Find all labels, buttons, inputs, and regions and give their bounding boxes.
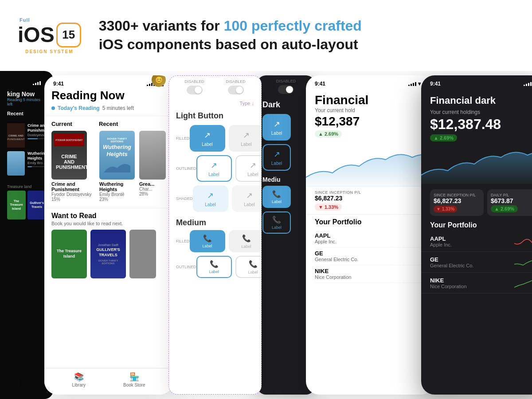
dark-left-status-bar xyxy=(4,75,50,87)
cover-gulliver: Jonathan Swift GULLIVER'S TRAVELS DOVER … xyxy=(90,230,126,278)
phone-icon-medium-filled-disabled: 📞 xyxy=(242,234,251,243)
inception-value: $6,827.23 xyxy=(315,195,426,202)
btn-shaded-active[interactable]: ↗ Label xyxy=(193,185,228,212)
reading-header-left: Reading Now Today's Reading 5 minutes le… xyxy=(51,89,134,111)
btn-label-shaded-disabled: Label xyxy=(244,202,254,207)
reading-now-title: Reading Now xyxy=(51,89,134,102)
crime-cover-body: CRIME AND PUNISHMENT xyxy=(54,146,84,177)
header-headline: 3300+ variants for 100 perfectly crafted xyxy=(99,17,362,35)
crime-author-text: FYODOR DOSTOYEVSKY xyxy=(56,139,83,141)
light-button-title: Light Button xyxy=(169,109,261,125)
shaded-row-container: SHADED ↗ Label ↗ Label xyxy=(169,185,261,215)
disabled-text-2: DISABLED xyxy=(226,79,246,84)
phone-icon-medium-outlined: 📞 xyxy=(210,260,219,268)
dark-toggle[interactable] xyxy=(278,85,294,94)
svg-text:CRIME AND: CRIME AND xyxy=(8,134,23,137)
dark-btn-medium-label-1: Label xyxy=(272,200,282,204)
dark-btn-medium-1[interactable]: 📞 Label xyxy=(262,186,291,208)
dark-daily-value: $673.87 xyxy=(491,197,532,204)
btn-outlined-disabled: ↗ Label xyxy=(235,155,262,182)
btn-medium-filled-label: Label xyxy=(203,244,212,248)
stock-company-nike: Nice Corporation xyxy=(315,274,352,280)
bookstore-icon: 🏪 xyxy=(129,372,139,382)
dark-btn-outlined-label-1: Label xyxy=(271,161,282,166)
btn-filled-active[interactable]: ↗ Label xyxy=(190,125,225,152)
medium-filled-row: FILLED 📞 Label 📞 Label xyxy=(169,230,261,256)
dark-btn-filled-1[interactable]: ↗ Label xyxy=(262,114,291,141)
portfolio-title: Your Portfolio xyxy=(315,218,426,226)
dark-left-reading-label: king Now Reading 5 minutes left Recent C… xyxy=(4,87,50,176)
btn-label-shaded: Label xyxy=(205,202,215,207)
stock-row-aapl: AAPL Apple Inc. xyxy=(315,230,426,247)
stock-info-nike: NIKE Nice Corporation xyxy=(315,268,352,280)
headline-prefix: 3300+ variants for xyxy=(99,18,224,34)
toggle-1[interactable] xyxy=(187,86,203,94)
disabled-label-2: DISABLED xyxy=(226,79,246,94)
btn-label-outlined-disabled: Label xyxy=(247,172,258,177)
medium-outlined-buttons: 📞 Label 📞 Label xyxy=(196,256,262,278)
dark-stock-company-ge: General Electric Co. xyxy=(430,263,473,268)
btn-medium-filled-active[interactable]: 📞 Label xyxy=(190,230,225,252)
bottom-nav[interactable]: 📚 Library 🏪 Book Store xyxy=(44,368,173,395)
btn-medium-outlined-disabled-label: Label xyxy=(248,270,258,274)
financial-dark-phone: 9:41 ▾ ▮ Financial dark Your current hol… xyxy=(421,75,532,395)
dark-stock-info-aapl: AAPL Apple Inc. xyxy=(430,235,452,247)
medium-outlined-row: OUTLINED 📞 Label 📞 Label xyxy=(169,256,261,282)
dark-financial-time: 9:41 xyxy=(430,81,441,87)
book-cover-crime: FYODOR DOSTOYEVSKY CRIME AND PUNISHMENT xyxy=(51,131,87,180)
btn-outlined-active[interactable]: ↗ Label xyxy=(196,155,232,182)
shaded-label: SHADED xyxy=(176,196,193,201)
filled-row-container: FILLED ↗ Label ↗ Label xyxy=(169,125,261,155)
medium-outlined-label: OUTLINED xyxy=(176,265,196,269)
financial-title: Financial xyxy=(315,93,426,107)
dark-daily-label: DAILY P/L xyxy=(491,193,532,197)
filled-label: FILLED xyxy=(176,136,190,141)
header-text: 3300+ variants for 100 perfectly crafted… xyxy=(99,17,362,54)
btn-shaded-disabled: ↗ Label xyxy=(232,185,262,212)
books-section: Current Recent FYODOR DOSTOYEVSKY CRIME … xyxy=(44,116,173,208)
crime-cover-header: FYODOR DOSTOYEVSKY xyxy=(54,133,84,146)
dark-phone-icon-outlined: 📞 xyxy=(272,215,281,224)
btn-label-filled: Label xyxy=(202,142,212,147)
share-icon-outlined: ↗ xyxy=(211,160,217,170)
medium-filled-buttons: 📞 Label 📞 Label xyxy=(190,230,262,252)
book-info-wuthering: Wuthering Heights Emily Brontë 23% xyxy=(99,181,135,202)
time-left-label: 5 minutes left xyxy=(102,105,134,111)
crime-author: Fyodor Dostoyevsky xyxy=(51,192,95,197)
type-label: Type ↓ xyxy=(240,101,254,106)
wuthering-hills-illustration xyxy=(104,159,130,172)
logo: Full iOS 15 DESIGN SYSTEM xyxy=(18,17,81,54)
recent-label: Recent xyxy=(99,121,118,127)
btn-medium-outlined-active[interactable]: 📞 Label xyxy=(196,256,232,278)
dark-stock-info-ge: GE General Electric Co. xyxy=(430,256,473,268)
dark-stock-row-aapl: AAPL Apple Inc. xyxy=(421,231,532,252)
logo-version: 15 xyxy=(56,23,81,47)
stock-name-ge: GE xyxy=(315,250,358,257)
logo-ios-text: iOS xyxy=(18,24,55,46)
dark-book-list: CRIME AND PUNISHMENT Crime and Punishmen… xyxy=(7,123,46,176)
toggle-2[interactable] xyxy=(228,86,244,94)
treasure-book-title-1: The Treasure Island xyxy=(9,200,24,211)
ge-sparkline xyxy=(514,255,532,269)
dark-daily-badge: ▲ 2.69% xyxy=(491,205,518,212)
dot-indicator xyxy=(51,106,55,110)
cover-treasure: The Treasure Island xyxy=(51,230,87,278)
dark-phone-icon-1: 📞 xyxy=(272,190,281,198)
nav-library[interactable]: 📚 Library xyxy=(72,372,86,387)
dark-btn-medium-outlined[interactable]: 📞 Label xyxy=(262,211,291,234)
section-header: Current Recent xyxy=(51,121,166,127)
dark-btn-outlined-1[interactable]: ↗ Label xyxy=(262,144,291,171)
dark-holdings-label: Your current holdings xyxy=(421,109,532,115)
book-cover-wuthering: DOVER THRIFT EDITIONS Wuthering Heights xyxy=(99,131,135,180)
stock-row-ge: GE General Electric Co. xyxy=(315,247,426,265)
btn-medium-outlined-disabled: 📞 Label xyxy=(235,256,262,278)
medium-title: Medium xyxy=(169,215,261,230)
book-item-wuthering: DOVER THRIFT EDITIONS Wuthering Heights … xyxy=(99,131,135,202)
bookstore-label: Book Store xyxy=(123,383,145,387)
holdings-value: $12,387 xyxy=(315,114,426,129)
logo-ios-box: iOS 15 xyxy=(18,23,81,47)
dark-progress-fill-1 xyxy=(27,138,38,139)
nav-bookstore[interactable]: 🏪 Book Store xyxy=(123,372,145,387)
btn-medium-outlined-label: Label xyxy=(209,270,219,274)
wuthering-hills-svg xyxy=(104,159,130,173)
